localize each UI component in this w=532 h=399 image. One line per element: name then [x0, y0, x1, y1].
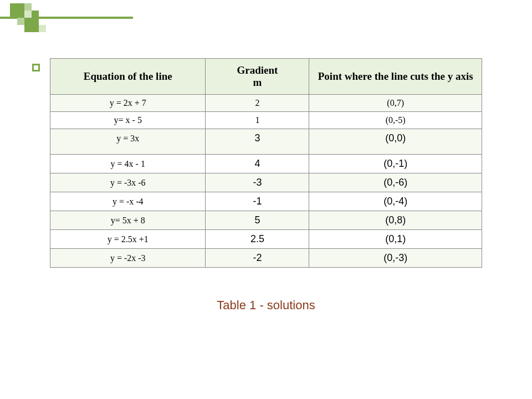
cell-equation: y= x - 5 — [50, 112, 206, 129]
table-row: y = 2x + 72(0,7) — [50, 95, 482, 112]
table-row: y = -3x -6-3(0,-6) — [50, 173, 482, 192]
cell-equation: y= 5x + 8 — [50, 211, 206, 230]
table-row: y = 3x3(0,0) — [50, 129, 482, 155]
table-row: y= x - 51(0,-5) — [50, 112, 482, 129]
table-header-row: Equation of the line Gradientm Point whe… — [50, 59, 482, 95]
cell-equation: y = -x -4 — [50, 192, 206, 211]
cell-equation: y = 2x + 7 — [50, 95, 206, 112]
cell-gradient: 4 — [206, 155, 309, 173]
cell-gradient: 3 — [206, 129, 309, 155]
cell-gradient: 2.5 — [206, 230, 309, 249]
cell-equation: y = 2.5x +1 — [50, 230, 206, 249]
cell-point: (0,-1) — [309, 155, 482, 173]
cell-point: (0,7) — [309, 95, 482, 112]
cell-point: (0,-4) — [309, 192, 482, 211]
cell-equation: y = -2x -3 — [50, 249, 206, 268]
cell-point: (0,-3) — [309, 249, 482, 268]
table-row: y = -2x -3-2(0,-3) — [50, 249, 482, 268]
cell-point: (0,8) — [309, 211, 482, 230]
cell-point: (0,1) — [309, 230, 482, 249]
cell-gradient: -3 — [206, 173, 309, 192]
cell-equation: y = -3x -6 — [50, 173, 206, 192]
cell-gradient: 2 — [206, 95, 309, 112]
table-caption: Table 1 - solutions — [50, 298, 482, 313]
table-row: y = 2.5x +12.5(0,1) — [50, 230, 482, 249]
col-header-gradient: Gradientm — [206, 59, 309, 95]
table-row: y = 4x - 14(0,-1) — [50, 155, 482, 173]
cell-point: (0,-5) — [309, 112, 482, 129]
cell-gradient: -2 — [206, 249, 309, 268]
cell-point: (0,-6) — [309, 173, 482, 192]
table-row: y= 5x + 85(0,8) — [50, 211, 482, 230]
cell-point: (0,0) — [309, 129, 482, 155]
col-header-point: Point where the line cuts the y axis — [309, 59, 482, 95]
bullet-icon — [32, 64, 40, 71]
cell-gradient: 5 — [206, 211, 309, 230]
slide-content: Equation of the line Gradientm Point whe… — [50, 58, 482, 313]
equations-table: Equation of the line Gradientm Point whe… — [50, 58, 482, 268]
cell-equation: y = 3x — [50, 129, 206, 155]
table-row: y = -x -4-1(0,-4) — [50, 192, 482, 211]
slide-decoration — [0, 0, 133, 44]
cell-equation: y = 4x - 1 — [50, 155, 206, 173]
cell-gradient: 1 — [206, 112, 309, 129]
cell-gradient: -1 — [206, 192, 309, 211]
col-header-equation: Equation of the line — [50, 59, 206, 95]
